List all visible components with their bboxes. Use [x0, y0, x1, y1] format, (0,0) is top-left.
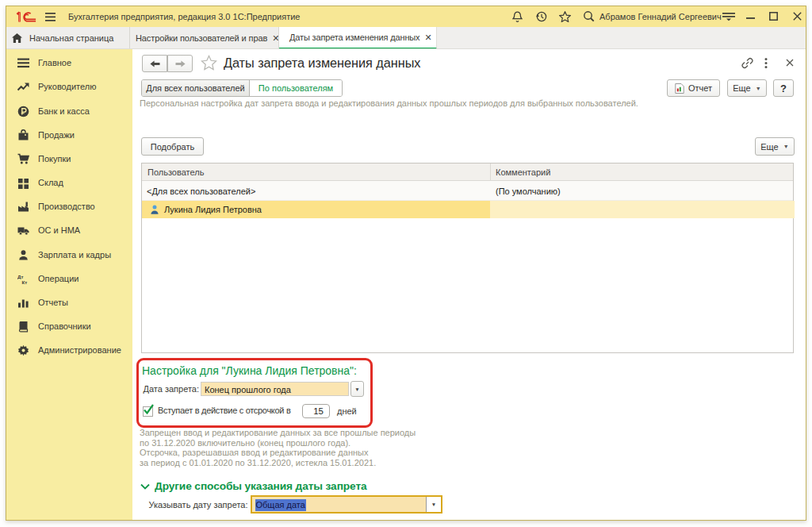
svg-text:Кт: Кт	[22, 279, 28, 285]
svg-text:Дт: Дт	[17, 274, 23, 279]
